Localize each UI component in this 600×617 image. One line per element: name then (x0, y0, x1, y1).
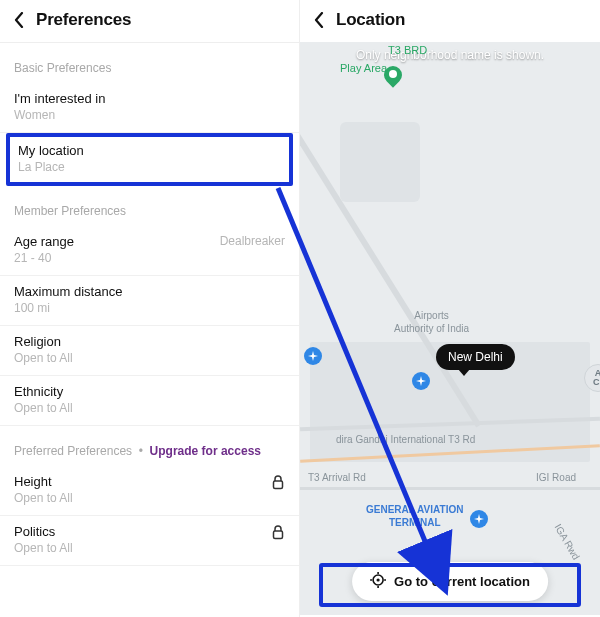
row-value: Open to All (14, 401, 73, 415)
row-value: Open to All (14, 351, 73, 365)
section-member-title: Member Preferences (0, 186, 299, 226)
map-label-airports-authority: Airports Authority of India (394, 310, 469, 335)
section-preferred-title: Preferred Preferences • Upgrade for acce… (0, 426, 299, 466)
row-label: Ethnicity (14, 384, 73, 399)
back-icon[interactable] (14, 12, 24, 28)
row-max-distance[interactable]: Maximum distance 100 mi (0, 276, 299, 326)
row-value: Open to All (14, 541, 73, 555)
row-value: Women (14, 108, 105, 122)
upgrade-link[interactable]: Upgrade for access (150, 444, 261, 458)
back-icon[interactable] (314, 12, 324, 28)
row-height[interactable]: Height Open to All (0, 466, 299, 516)
preferences-panel: Preferences Basic Preferences I'm intere… (0, 0, 300, 617)
row-interested-in[interactable]: I'm interested in Women (0, 83, 299, 133)
highlight-my-location: My location La Place (6, 133, 293, 186)
map-disclaimer: Only neighborhood name is shown. (300, 48, 600, 62)
row-politics[interactable]: Politics Open to All (0, 516, 299, 566)
map-label-play-area: Play Area (340, 62, 387, 76)
row-label: Age range (14, 234, 74, 249)
svg-point-3 (377, 578, 380, 581)
map-label-general-aviation: GENERAL AVIATION TERMINAL (366, 504, 463, 529)
plane-marker-icon (304, 347, 322, 365)
row-label: Politics (14, 524, 73, 539)
location-title: Location (336, 10, 405, 30)
row-label: Maximum distance (14, 284, 122, 299)
row-value: Open to All (14, 491, 73, 505)
row-label: I'm interested in (14, 91, 105, 106)
section-basic-title: Basic Preferences (0, 43, 299, 83)
go-to-current-location-label: Go to current location (394, 574, 530, 589)
section-preferred-prefix: Preferred Preferences (14, 444, 132, 458)
svg-rect-1 (274, 531, 283, 539)
preferences-header: Preferences (0, 0, 299, 42)
row-value: La Place (18, 160, 84, 174)
row-value: 100 mi (14, 301, 122, 315)
row-label: My location (18, 143, 84, 158)
dot: • (139, 444, 143, 458)
row-ethnicity[interactable]: Ethnicity Open to All (0, 376, 299, 426)
row-my-location[interactable]: My location La Place (10, 137, 289, 182)
row-label: Religion (14, 334, 73, 349)
preferences-title: Preferences (36, 10, 131, 30)
row-age-range[interactable]: Age range 21 - 40 Dealbreaker (0, 226, 299, 276)
city-chip: New Delhi (436, 344, 515, 370)
row-value: 21 - 40 (14, 251, 74, 265)
row-label: Height (14, 474, 73, 489)
dealbreaker-label: Dealbreaker (220, 234, 285, 248)
map-label-igi-t3: dira Gandhi International T3 Rd (336, 434, 475, 447)
row-religion[interactable]: Religion Open to All (0, 326, 299, 376)
go-to-current-location-button[interactable]: Go to current location (352, 562, 548, 601)
map-label-igi-road: IGI Road (536, 472, 576, 485)
map-pin-icon (384, 66, 404, 92)
locate-icon (370, 572, 386, 591)
lock-icon (271, 524, 285, 540)
map-label-t3-brd: T3 BRD (388, 44, 427, 58)
svg-rect-0 (274, 481, 283, 489)
plane-marker-icon (470, 510, 488, 528)
plane-marker-icon (412, 372, 430, 390)
lock-icon (271, 474, 285, 490)
location-panel: Location Only neighborhood name is shown… (300, 0, 600, 617)
map[interactable]: Only neighborhood name is shown. T3 BRD … (300, 42, 600, 615)
map-label-t3-arrival: T3 Arrival Rd (308, 472, 366, 485)
location-header: Location (300, 0, 600, 42)
